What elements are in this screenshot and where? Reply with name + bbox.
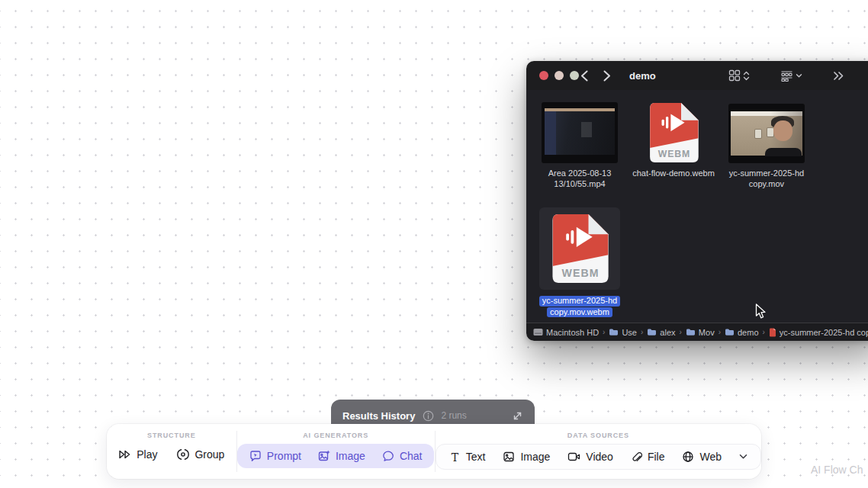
app-watermark: AI Flow Ch (811, 464, 863, 476)
file-name: Area 2025-08-1313/10/55.mp4 (548, 169, 612, 189)
path-item-folder[interactable]: alex (647, 328, 675, 337)
close-button[interactable] (539, 71, 548, 80)
chat-icon (382, 450, 394, 462)
info-icon[interactable] (423, 410, 434, 422)
section-structure: STRUCTURE Play Group (107, 424, 236, 479)
path-item-folder[interactable]: Mov (686, 328, 715, 337)
path-separator: › (603, 328, 605, 336)
back-icon[interactable] (580, 70, 590, 82)
path-separator: › (641, 328, 643, 336)
svg-text:WEBM: WEBM (562, 267, 600, 279)
file-item[interactable]: Area 2025-08-1313/10/55.mp4 (537, 99, 622, 189)
zoom-button[interactable] (570, 71, 579, 80)
group-by-icon (780, 70, 793, 82)
ai-image-button[interactable]: Image (318, 450, 365, 462)
group-button[interactable]: Group (177, 448, 224, 461)
grid-view-icon (728, 69, 741, 82)
text-source-button[interactable]: T Text (449, 451, 486, 463)
folder-icon (609, 328, 619, 336)
web-icon (682, 451, 694, 463)
node-dock: STRUCTURE Play Group AI GENERATORS Promp… (107, 424, 761, 479)
file-source-button[interactable]: File (631, 451, 665, 463)
folder-icon (647, 328, 657, 336)
paperclip-icon (631, 451, 642, 463)
folder-icon (725, 328, 735, 336)
results-history-title: Results History (342, 410, 415, 422)
file-name: yc-summer-2025-hdcopy.mov (729, 169, 804, 189)
canvas[interactable]: { "watermark": "AI Flow Ch", "finder": {… (0, 0, 868, 488)
path-separator: › (763, 328, 765, 336)
runs-count: 2 runs (441, 410, 466, 421)
path-item-disk[interactable]: Macintosh HD (533, 328, 599, 337)
file-name: chat-flow-demo.webm (632, 169, 715, 179)
svg-text:WEBM: WEBM (658, 149, 690, 159)
file-item[interactable]: yc-summer-2025-hdcopy.mov (724, 99, 809, 189)
image-sparkle-icon (318, 450, 330, 462)
view-options-button[interactable] (728, 69, 750, 82)
section-ai-generators: AI GENERATORS Prompt Image Chat (237, 424, 435, 479)
caret-updown-icon (743, 71, 750, 81)
folder-icon (686, 328, 696, 336)
forward-icon[interactable] (602, 70, 612, 82)
section-label: DATA SOURCES (567, 432, 629, 439)
finder-titlebar[interactable]: demo (526, 61, 868, 90)
file-item-selected[interactable]: WEBM yc-summer-2025-hd copy.mov.webm (537, 207, 622, 317)
chevron-down-icon[interactable] (739, 454, 747, 460)
image-source-button[interactable]: Image (503, 451, 550, 463)
section-data-sources: DATA SOURCES T Text Image Video File Web (436, 424, 761, 479)
path-bar: Macintosh HD › Use › alex › Mov › demo ›… (526, 323, 868, 341)
finder-window: demo Area 2025-0 (526, 61, 868, 341)
group-by-button[interactable] (780, 70, 802, 82)
ai-generators-pill: Prompt Image Chat (237, 444, 435, 468)
webm-file-icon: WEBM (550, 214, 609, 284)
traffic-lights (539, 71, 579, 80)
section-label: STRUCTURE (147, 432, 196, 439)
path-item-folder[interactable]: demo (725, 328, 759, 337)
video-thumbnail (728, 104, 805, 163)
play-button[interactable]: Play (118, 448, 157, 461)
chat-button[interactable]: Chat (382, 450, 423, 462)
file-red-icon (769, 328, 776, 337)
window-title: demo (629, 70, 656, 82)
prompt-icon (249, 450, 262, 462)
more-toolbar-icon[interactable] (833, 71, 844, 81)
disk-icon (533, 328, 543, 336)
path-separator: › (680, 328, 682, 336)
path-separator: › (719, 328, 721, 336)
file-name-selected: yc-summer-2025-hd copy.mov.webm (539, 295, 620, 317)
video-thumbnail (542, 102, 618, 163)
web-source-button[interactable]: Web (682, 451, 722, 463)
path-item-folder[interactable]: Use (609, 328, 637, 337)
path-item-file[interactable]: yc-summer-2025-hd copy.mov.webm (769, 328, 868, 337)
video-source-button[interactable]: Video (567, 451, 613, 463)
skip-forward-icon (118, 449, 131, 460)
caret-down-icon (796, 73, 802, 79)
finder-file-area[interactable]: Area 2025-08-1313/10/55.mp4 WEBM chat-fl… (526, 90, 868, 323)
text-icon: T (449, 451, 461, 463)
video-icon (567, 451, 580, 462)
mouse-cursor (755, 303, 767, 319)
image-icon (503, 451, 515, 463)
file-item[interactable]: WEBM chat-flow-demo.webm (631, 99, 716, 179)
group-icon (177, 448, 189, 461)
webm-file-icon: WEBM (648, 102, 699, 163)
data-sources-pill: T Text Image Video File Web (436, 444, 761, 470)
svg-text:T: T (452, 451, 459, 463)
minimize-button[interactable] (555, 71, 564, 80)
expand-icon[interactable] (512, 410, 523, 422)
section-label: AI GENERATORS (303, 432, 368, 439)
prompt-button[interactable]: Prompt (249, 450, 301, 462)
